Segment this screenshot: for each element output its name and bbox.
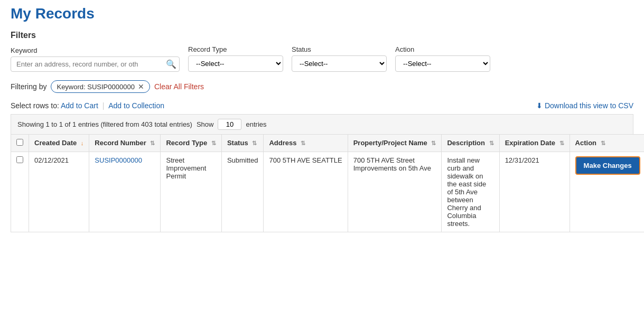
action-select[interactable]: --Select--	[395, 55, 490, 72]
table-info-row: Showing 1 to 1 of 1 entries (filtered fr…	[11, 114, 633, 134]
record-type-filter-group: Record Type --Select--	[188, 45, 283, 72]
action-label: Action	[395, 45, 490, 53]
col-status[interactable]: Status ⇅	[221, 135, 264, 152]
add-to-collection-link[interactable]: Add to Collection	[108, 101, 164, 110]
row-address: 700 5TH AVE SEATTLE	[264, 152, 348, 232]
description-sort-icon: ⇅	[489, 140, 494, 146]
row-action-cell: Make Changes	[570, 152, 644, 232]
search-icon: 🔍	[166, 60, 176, 69]
property-name-sort-icon: ⇅	[431, 140, 436, 146]
entries-label: entries	[246, 120, 266, 128]
row-status: Submitted	[221, 152, 264, 232]
page-title: My Records	[11, 5, 633, 22]
clear-all-filters-link[interactable]: Clear All Filters	[154, 82, 204, 91]
make-changes-button[interactable]: Make Changes	[575, 156, 640, 175]
filter-tag-text: Keyword: SUSIP0000000	[57, 83, 134, 91]
col-record-type[interactable]: Record Type ⇅	[161, 135, 221, 152]
created-date-sort-icon: ↓	[81, 140, 84, 146]
expiration-date-sort-icon: ⇅	[559, 140, 564, 146]
row-property-name: 700 5TH AVE Street Improvements on 5th A…	[348, 152, 442, 232]
col-action[interactable]: Action ⇅	[570, 135, 644, 152]
select-all-column	[11, 135, 29, 152]
action-filter-group: Action --Select--	[395, 45, 490, 72]
remove-filter-button[interactable]: ✕	[138, 82, 144, 91]
keyword-input[interactable]	[11, 56, 180, 72]
col-property-name[interactable]: Property/Project Name ⇅	[348, 135, 442, 152]
download-csv-link[interactable]: ⬇ Download this view to CSV	[536, 101, 633, 110]
add-to-cart-link[interactable]: Add to Cart	[61, 101, 98, 110]
download-label: Download this view to CSV	[545, 101, 633, 110]
status-filter-group: Status --Select--	[292, 45, 387, 72]
row-description: Install new curb and sidewalk on the eas…	[442, 152, 499, 232]
address-sort-icon: ⇅	[301, 140, 305, 146]
table-row: 02/12/2021 SUSIP0000000 Street Improveme…	[11, 152, 645, 232]
col-expiration-date[interactable]: Expiration Date ⇅	[499, 135, 570, 152]
keyword-label: Keyword	[11, 46, 180, 54]
select-rows-actions: Select rows to: Add to Cart | Add to Col…	[11, 101, 164, 110]
table-actions-row: Select rows to: Add to Cart | Add to Col…	[11, 101, 633, 110]
action-sort-icon: ⇅	[601, 140, 605, 146]
status-sort-icon: ⇅	[252, 140, 257, 146]
show-label: Show	[197, 120, 214, 128]
filtering-row: Filtering by Keyword: SUSIP0000000 ✕ Cle…	[11, 80, 633, 93]
col-record-number[interactable]: Record Number ⇅	[89, 135, 161, 152]
record-type-select[interactable]: --Select--	[188, 55, 283, 72]
filters-row: Keyword 🔍 Record Type --Select-- Status …	[11, 45, 633, 72]
select-all-checkbox[interactable]	[16, 139, 23, 146]
col-address[interactable]: Address ⇅	[264, 135, 348, 152]
row-record-type: Street Improvement Permit	[161, 152, 221, 232]
record-number-link[interactable]: SUSIP0000000	[95, 156, 142, 164]
showing-text: Showing 1 to 1 of 1 entries (filtered fr…	[17, 120, 192, 128]
download-icon: ⬇	[536, 101, 543, 110]
status-select[interactable]: --Select--	[292, 55, 387, 72]
search-button[interactable]: 🔍	[166, 59, 176, 69]
row-checkbox-cell	[11, 152, 29, 232]
col-created-date[interactable]: Created Date ↓	[29, 135, 89, 152]
row-checkbox[interactable]	[16, 156, 23, 163]
filters-section: Filters Keyword 🔍 Record Type --Select--…	[11, 31, 633, 72]
row-record-number: SUSIP0000000	[89, 152, 161, 232]
record-number-sort-icon: ⇅	[150, 140, 155, 146]
action-separator: |	[102, 101, 107, 110]
col-description[interactable]: Description ⇅	[442, 135, 499, 152]
filters-title: Filters	[11, 31, 633, 40]
record-type-sort-icon: ⇅	[211, 140, 216, 146]
status-label: Status	[292, 45, 387, 53]
record-type-label: Record Type	[188, 45, 283, 53]
records-table: Created Date ↓ Record Number ⇅ Record Ty…	[11, 134, 644, 232]
entries-per-page-input[interactable]	[218, 119, 241, 130]
keyword-input-wrapper: 🔍	[11, 56, 180, 72]
row-expiration-date: 12/31/2021	[499, 152, 570, 232]
filtering-by-label: Filtering by	[11, 82, 46, 91]
table-header-row: Created Date ↓ Record Number ⇅ Record Ty…	[11, 135, 645, 152]
row-created-date: 02/12/2021	[29, 152, 89, 232]
select-rows-label: Select rows to:	[11, 101, 59, 110]
keyword-filter-group: Keyword 🔍	[11, 46, 180, 72]
active-filter-tag: Keyword: SUSIP0000000 ✕	[51, 80, 150, 93]
